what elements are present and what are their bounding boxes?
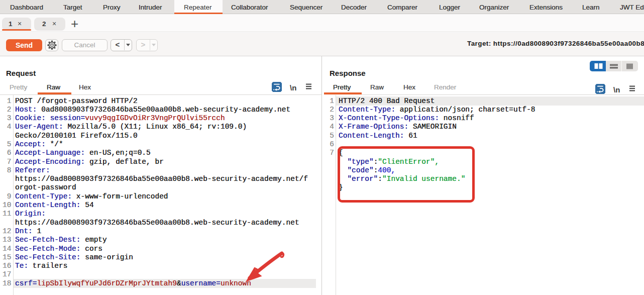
svg-text:\n: \n: [613, 85, 620, 94]
svg-text:\n: \n: [290, 83, 296, 92]
